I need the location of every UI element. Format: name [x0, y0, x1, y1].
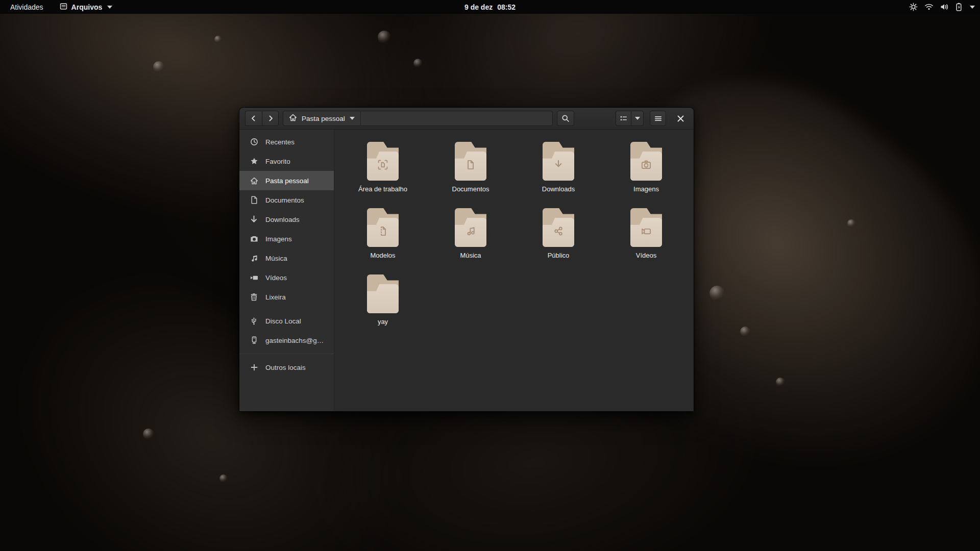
water-drop — [219, 474, 228, 483]
folder-icon — [367, 208, 399, 247]
download-icon — [250, 215, 258, 223]
water-drop — [709, 286, 725, 301]
files-window: Pasta pessoal RecentesFavoritoPasta pess… — [239, 108, 694, 411]
sidebar-item-imagens[interactable]: Imagens — [239, 229, 334, 248]
sidebar-item-outros-locais[interactable]: Outros locais — [239, 358, 334, 377]
close-button[interactable] — [673, 111, 688, 126]
water-drop — [413, 59, 423, 68]
files-app-icon — [60, 3, 67, 12]
file-label: Documentos — [452, 185, 489, 193]
computer-icon — [250, 336, 258, 344]
volume-icon — [940, 3, 949, 11]
search-button[interactable] — [557, 111, 574, 126]
home-icon — [289, 114, 297, 123]
file-item-imagens[interactable]: Imagens — [602, 142, 690, 204]
sidebar-item-label: Documentos — [265, 196, 304, 204]
headerbar: Pasta pessoal — [239, 108, 694, 130]
sidebar-separator — [239, 354, 334, 354]
sidebar-item-label: Imagens — [265, 235, 292, 243]
battery-charging-icon — [955, 3, 962, 11]
music-emblem — [464, 224, 478, 240]
file-item-yay[interactable]: yay — [339, 274, 427, 337]
trash-icon — [250, 293, 258, 301]
sidebar-item-label: Música — [265, 255, 287, 262]
file-label: Modelos — [370, 252, 395, 259]
templates-emblem — [376, 224, 390, 240]
document-emblem — [464, 158, 478, 174]
file-item-videos[interactable]: Vídeos — [602, 208, 690, 270]
current-location-button[interactable]: Pasta pessoal — [283, 111, 361, 126]
file-label: Público — [548, 252, 570, 259]
file-item-publico[interactable]: Público — [514, 208, 602, 270]
sidebar-item-downloads[interactable]: Downloads — [239, 210, 334, 229]
folder-icon — [543, 208, 574, 247]
sidebar-item-pasta-pessoal[interactable]: Pasta pessoal — [239, 171, 334, 190]
file-label: Música — [460, 252, 481, 259]
sidebar-item-label: Outros locais — [265, 364, 306, 371]
desktop-emblem — [376, 158, 390, 174]
water-drop — [214, 36, 222, 43]
plus-icon — [250, 364, 258, 371]
folder-icon — [630, 208, 662, 247]
system-status-area[interactable] — [909, 3, 975, 11]
nav-buttons — [245, 111, 279, 126]
folder-icon — [543, 142, 574, 181]
file-item-documentos[interactable]: Documentos — [427, 142, 514, 204]
location-label: Pasta pessoal — [302, 115, 345, 122]
sidebar-item-label: Disco Local — [265, 317, 301, 325]
file-label: Imagens — [633, 185, 659, 193]
file-label: Vídeos — [636, 252, 656, 259]
file-label: Área de trabalho — [358, 185, 407, 193]
sidebar-item-disco-local[interactable]: Disco Local — [239, 311, 334, 331]
sidebar-item-recentes[interactable]: Recentes — [239, 132, 334, 152]
sidebar-item-gasteinbachs-g[interactable]: gasteinbachs@g… — [239, 331, 334, 350]
file-item-musica[interactable]: Música — [427, 208, 514, 270]
activities-button[interactable]: Atividades — [7, 2, 46, 12]
hamburger-menu-button[interactable] — [650, 111, 666, 126]
view-options-button[interactable] — [631, 111, 644, 126]
camera-icon — [250, 235, 258, 242]
wifi-icon — [924, 3, 934, 11]
chevron-down-icon — [970, 6, 975, 9]
sidebar-item-lixeira[interactable]: Lixeira — [239, 287, 334, 307]
chevron-down-icon — [350, 117, 355, 120]
app-menu-button[interactable]: Arquivos — [60, 3, 113, 12]
video-emblem — [640, 224, 653, 240]
sidebar-item-label: Downloads — [265, 216, 300, 223]
view-list-button[interactable] — [616, 111, 631, 126]
sidebar-item-musica[interactable]: Música — [239, 248, 334, 268]
sidebar-item-label: Lixeira — [265, 293, 286, 301]
folder-icon — [630, 142, 662, 181]
sidebar-item-favorito[interactable]: Favorito — [239, 152, 334, 171]
sidebar-item-label: Favorito — [265, 158, 290, 165]
share-emblem — [552, 224, 566, 240]
back-button[interactable] — [245, 111, 262, 126]
file-item-downloads[interactable]: Downloads — [514, 142, 602, 204]
folder-icon — [367, 142, 399, 181]
sidebar-item-label: Recentes — [265, 138, 295, 146]
file-label: yay — [378, 318, 388, 325]
path-bar[interactable]: Pasta pessoal — [283, 111, 553, 126]
file-item-modelos[interactable]: Modelos — [339, 208, 427, 270]
water-drop — [378, 31, 391, 44]
night-light-icon — [909, 3, 918, 11]
clock-icon — [250, 138, 258, 146]
sidebar-item-label: Pasta pessoal — [265, 177, 309, 185]
music-icon — [250, 255, 258, 262]
folder-icon — [455, 208, 486, 247]
download-emblem — [552, 158, 566, 174]
gnome-top-bar: Atividades Arquivos 9 de dez 08:52 — [0, 0, 980, 14]
forward-button[interactable] — [262, 111, 279, 126]
sidebar-item-videos[interactable]: Vídeos — [239, 268, 334, 287]
file-item-area-de-trabalho[interactable]: Área de trabalho — [339, 142, 427, 204]
sidebar-item-label: gasteinbachs@g… — [265, 337, 324, 344]
places-sidebar: RecentesFavoritoPasta pessoalDocumentosD… — [239, 130, 334, 411]
folder-icon — [455, 142, 486, 181]
clock-button[interactable]: 9 de dez 08:52 — [464, 3, 516, 11]
sidebar-item-label: Vídeos — [265, 274, 287, 282]
sidebar-item-documentos[interactable]: Documentos — [239, 190, 334, 210]
folder-icon — [367, 274, 399, 313]
chevron-down-icon — [635, 117, 640, 120]
app-menu-label: Arquivos — [71, 3, 103, 11]
document-icon — [250, 196, 258, 204]
